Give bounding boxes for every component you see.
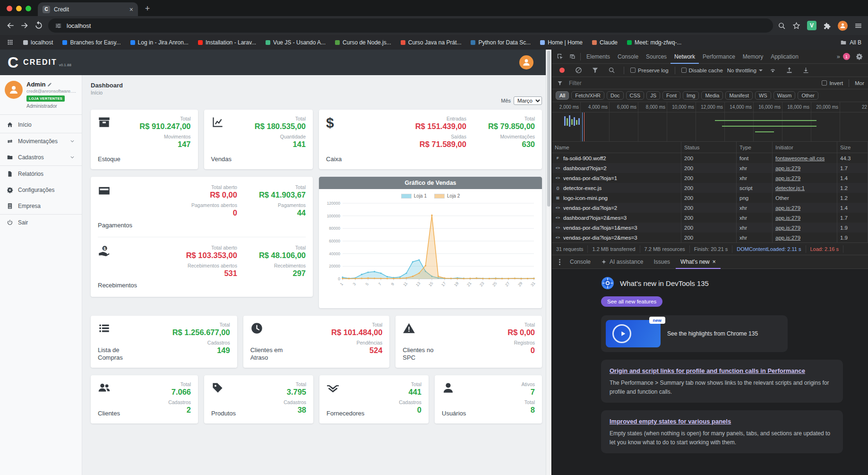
drawer-tab-whats-new[interactable]: What's new× (676, 255, 721, 269)
header-user-avatar[interactable] (519, 55, 533, 69)
close-window-button[interactable] (7, 6, 12, 11)
network-request-row[interactable]: <>vendas-por-dia?loja=2&mes=3 200 xhr ap… (552, 233, 868, 242)
preserve-log-checkbox[interactable] (630, 68, 636, 73)
disable-cache-checkbox[interactable] (681, 68, 687, 73)
bookmark-item[interactable]: Claude (592, 39, 618, 46)
bookmark-item[interactable]: Python for Data Sc... (471, 39, 531, 46)
bookmark-item[interactable]: Meet: mdg-zfwq-... (627, 39, 681, 46)
request-initiator[interactable]: app.js:279 (775, 215, 800, 221)
devtools-tab[interactable]: Memory (739, 50, 767, 64)
bookmark-item[interactable]: Branches for Easy... (62, 39, 120, 46)
sidebar-menu-item[interactable]: Relatórios (0, 165, 82, 182)
column-header[interactable]: Size (837, 142, 868, 153)
scrollbar-thumb[interactable] (547, 51, 550, 207)
preserve-log-toggle[interactable]: Preserve log (630, 68, 669, 73)
filter-chip[interactable]: Fetch/XHR (571, 91, 604, 100)
sidebar-menu-item[interactable]: Sair (0, 214, 82, 231)
more-filters-button[interactable]: Mor (855, 80, 864, 86)
filter-chip[interactable]: Other (798, 91, 818, 100)
network-request-row[interactable]: {}detector-exec.js 200 script detector.j… (552, 183, 868, 193)
sidebar-menu-item[interactable]: Configurações (0, 182, 82, 198)
network-request-row[interactable]: <>dashboard?loja=2 200 xhr app.js:279 1.… (552, 163, 868, 173)
filter-chip[interactable]: CSS (626, 91, 645, 100)
bookmark-item[interactable]: Installation - Larav... (198, 39, 256, 46)
legend-item[interactable]: Loja 2 (434, 193, 460, 199)
network-overview[interactable] (552, 112, 868, 142)
inspect-element-icon[interactable] (554, 51, 566, 62)
issues-count-badge[interactable]: 1 (843, 53, 850, 60)
devtools-tab[interactable]: Performance (699, 50, 739, 64)
highlight-thumbnail[interactable]: new (606, 320, 661, 347)
apps-grid-icon[interactable] (7, 39, 14, 46)
sidebar-menu-item[interactable]: Empresa (0, 198, 82, 214)
more-tabs-icon[interactable]: » (837, 53, 840, 60)
all-bookmarks-button[interactable]: All B (840, 39, 861, 46)
network-search-icon[interactable] (605, 65, 618, 76)
request-initiator[interactable]: app.js:279 (775, 175, 800, 181)
month-select[interactable]: Março (514, 96, 542, 105)
profile-avatar[interactable] (838, 21, 848, 31)
devtools-tab[interactable]: Sources (642, 50, 670, 64)
sidebar-menu-item[interactable]: Cadastros (0, 149, 82, 165)
import-har-icon[interactable] (800, 65, 812, 76)
drawer-menu-icon[interactable] (555, 259, 564, 265)
drawer-tab-console[interactable]: Console (565, 255, 595, 269)
new-tab-button[interactable]: + (141, 2, 154, 15)
page-scrollbar[interactable] (546, 50, 551, 475)
export-har-icon[interactable] (783, 65, 796, 76)
extensions-puzzle-icon[interactable] (823, 22, 831, 30)
filter-chip[interactable]: All (556, 91, 569, 100)
highlight-card[interactable]: new See the highlights from Chrome 135 (601, 315, 788, 352)
request-initiator[interactable]: detector.js:1 (775, 185, 805, 191)
request-initiator[interactable]: app.js:279 (775, 235, 800, 241)
filter-chip[interactable]: Manifest (725, 91, 753, 100)
url-text[interactable]: localhost (67, 22, 91, 29)
column-header[interactable]: Name (552, 142, 681, 153)
bookmark-item[interactable]: localhost (23, 39, 53, 46)
network-request-row[interactable]: <>dashboard?loja=2&mes=3 200 xhr app.js:… (552, 213, 868, 223)
column-header[interactable]: Status (681, 142, 737, 153)
whats-new-item-link[interactable]: Origin and script links for profile and … (610, 367, 805, 374)
browser-menu-icon[interactable] (854, 22, 862, 30)
back-button[interactable] (6, 21, 15, 30)
sidebar-menu-item[interactable]: Início (0, 117, 82, 133)
network-request-row[interactable]: <>vendas-por-dia?loja=1 200 xhr app.js:2… (552, 173, 868, 183)
bookmark-item[interactable]: Curso de Node.js... (335, 39, 391, 46)
clear-network-log-icon[interactable] (572, 65, 584, 76)
devtools-tab[interactable]: Console (614, 50, 642, 64)
site-info-icon[interactable] (55, 22, 62, 29)
request-initiator[interactable]: app.js:279 (775, 225, 800, 231)
filter-chip[interactable]: Doc (607, 91, 624, 100)
network-filter-input[interactable] (568, 79, 818, 87)
filter-chip[interactable]: Wasm (773, 91, 796, 100)
play-icon[interactable] (612, 324, 631, 343)
column-header[interactable]: Type (737, 142, 773, 153)
close-tab-icon[interactable]: × (129, 6, 133, 13)
filter-chip[interactable]: Img (683, 91, 699, 100)
reload-button[interactable] (34, 21, 43, 30)
devtools-tab[interactable]: Network (670, 50, 699, 64)
minimize-window-button[interactable] (16, 6, 22, 11)
network-conditions-icon[interactable] (767, 65, 779, 76)
network-request-row[interactable]: <>vendas-por-dia?loja=2 200 xhr app.js:2… (552, 203, 868, 213)
address-bar[interactable]: localhost (48, 18, 773, 33)
bookmark-item[interactable]: Log in - Jira Anron... (130, 39, 189, 46)
request-initiator[interactable]: Other (775, 195, 789, 201)
request-initiator[interactable]: app.js:279 (775, 165, 800, 171)
network-request-row[interactable]: ▦logo-icon-mini.png 200 png Other 1.2 (552, 193, 868, 203)
column-header[interactable]: Initiator (773, 142, 837, 153)
settings-gear-icon[interactable] (853, 51, 865, 62)
filter-chip[interactable]: Media (701, 91, 723, 100)
forward-button[interactable] (20, 21, 29, 30)
devtools-tab[interactable]: Elements (583, 50, 614, 64)
invert-filter-toggle[interactable]: Invert (822, 80, 843, 86)
filter-chip[interactable]: WS (755, 91, 771, 100)
network-request-row[interactable]: Ffa-solid-900.woff2 200 font fontawesome… (552, 153, 868, 163)
browser-tab-credit[interactable]: C Credit × (38, 2, 138, 16)
bookmark-item[interactable]: Home | Home (540, 39, 583, 46)
legend-item[interactable]: Loja 1 (401, 193, 427, 199)
devtools-tab[interactable]: Application (767, 50, 802, 64)
vue-devtools-extension-icon[interactable]: V (807, 21, 816, 30)
search-icon[interactable] (778, 22, 786, 30)
filter-toggle-icon[interactable] (589, 65, 601, 76)
